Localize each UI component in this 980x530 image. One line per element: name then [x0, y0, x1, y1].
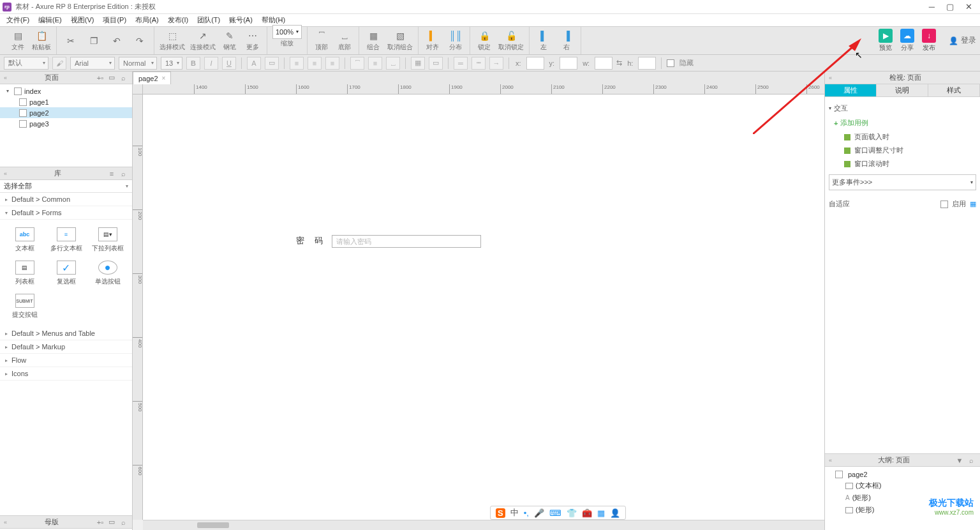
widget-radio[interactable]: ●单选按钮 [88, 258, 127, 289]
align-button[interactable]: ▍对齐 [424, 30, 442, 52]
align-top-button[interactable]: ⎴顶部 [313, 30, 330, 52]
w-input[interactable] [595, 57, 612, 70]
more-button[interactable]: ⋯更多 [244, 30, 262, 52]
valign-bot-button[interactable]: ⎵ [386, 57, 400, 70]
zoom-select[interactable]: 100%▾ [272, 25, 302, 39]
lock-aspect-icon[interactable]: ⇆ [616, 59, 622, 67]
italic-button[interactable]: I [204, 57, 218, 70]
clipboard-button[interactable]: 📋粘贴板 [32, 30, 51, 52]
add-folder-icon[interactable]: ▭ [107, 73, 117, 83]
login-button[interactable]: 👤登录 [949, 35, 976, 46]
font-select[interactable]: Arial [70, 57, 115, 70]
h-input[interactable] [638, 57, 656, 70]
chevron-down-icon[interactable]: ▾ [6, 88, 11, 94]
tab-notes[interactable]: 说明 [877, 84, 928, 96]
tree-item-index[interactable]: ▾ index [0, 86, 132, 96]
widget-submit[interactable]: SUBMIT提交按钮 [5, 291, 44, 322]
align-left-button[interactable]: ≡ [290, 57, 304, 70]
tree-item-page2[interactable]: page2 [0, 107, 132, 118]
valign-top-button[interactable]: ⎴ [350, 57, 364, 70]
minimize-button[interactable]: ─ [929, 2, 935, 11]
search-icon[interactable]: ⌕ [118, 73, 128, 83]
menu-edit[interactable]: 编辑(E) [34, 14, 66, 26]
ungroup-button[interactable]: ▧取消组合 [387, 30, 413, 52]
add-folder-icon[interactable]: ▭ [107, 517, 117, 527]
bold-button[interactable]: B [186, 57, 200, 70]
valign-mid-button[interactable]: ≡ [368, 57, 382, 70]
tree-item-page3[interactable]: page3 [0, 118, 132, 129]
line-style-button[interactable]: ┉ [471, 57, 486, 70]
search-icon[interactable]: ⌕ [118, 517, 128, 527]
format-painter-button[interactable]: 🖌 [52, 57, 66, 70]
text-color-button[interactable]: A [247, 57, 261, 70]
select-mode-button[interactable]: ⬚选择模式 [160, 30, 185, 52]
sogou-icon[interactable]: S [496, 508, 505, 518]
maximize-button[interactable]: ▢ [946, 2, 954, 11]
menu-publish[interactable]: 发布(I) [164, 14, 192, 26]
collapse-icon[interactable]: « [829, 457, 832, 464]
search-icon[interactable]: ⌕ [966, 455, 976, 466]
widget-dropdown[interactable]: ▤▾下拉列表框 [88, 225, 127, 255]
widget-textfield[interactable]: abc文本框 [5, 225, 44, 255]
line-color-button[interactable]: ▭ [429, 57, 443, 70]
ime-lang-icon[interactable]: 中 [510, 507, 519, 519]
add-page-icon[interactable]: +▫ [95, 73, 105, 83]
lib-section-common[interactable]: ▸Default > Common [0, 193, 132, 206]
lib-section-menus[interactable]: ▸Default > Menus and Table [0, 327, 132, 340]
arrow-button[interactable]: → [489, 57, 503, 70]
collapse-icon[interactable]: « [829, 75, 832, 81]
align-right-button[interactable]: ≡ [325, 57, 339, 70]
adaptive-icon[interactable]: ▦ [970, 200, 976, 208]
shirt-icon[interactable]: 👕 [567, 508, 577, 518]
weight-select[interactable]: Normal [119, 57, 157, 70]
line-width-button[interactable]: ═ [454, 57, 468, 70]
bg-color-button[interactable]: ▭ [265, 57, 279, 70]
add-case-button[interactable]: +添加用例 [829, 116, 976, 130]
tab-properties[interactable]: 属性 [825, 84, 877, 96]
outline-root[interactable]: page2 [828, 469, 977, 480]
widget-textarea[interactable]: ≡多行文本框 [47, 225, 85, 255]
more-events-select[interactable]: 更多事件>>>▾ [829, 174, 976, 190]
search-icon[interactable]: ⌕ [118, 169, 128, 179]
enable-checkbox[interactable] [940, 201, 948, 208]
fill-button[interactable]: ▦ [411, 57, 425, 70]
redo-button[interactable]: ↷ [131, 35, 149, 47]
ime-punct-icon[interactable]: •, [524, 508, 529, 518]
event-page-load[interactable]: 页面载入时 [829, 130, 976, 144]
x-input[interactable] [526, 57, 544, 70]
cut-button[interactable]: ✂ [62, 35, 80, 47]
close-tab-icon[interactable]: × [162, 75, 166, 82]
publish-button[interactable]: ↓发布 [922, 29, 936, 52]
lib-section-forms[interactable]: ▾Default > Forms [0, 206, 132, 220]
close-button[interactable]: ✕ [965, 2, 972, 11]
size-select[interactable]: 13 [161, 57, 182, 70]
collapse-icon[interactable]: « [4, 75, 7, 81]
keyboard-icon[interactable]: ⌨ [549, 508, 561, 518]
right-button[interactable]: ▐右 [558, 30, 575, 52]
menu-icon[interactable]: ≡ [107, 169, 117, 179]
align-bottom-button[interactable]: ⎵底部 [336, 30, 353, 52]
password-input[interactable]: 请输入密码 [332, 235, 481, 248]
menu-layout[interactable]: 布局(A) [131, 14, 163, 26]
preview-button[interactable]: ▶预览 [879, 29, 893, 52]
filter-icon[interactable]: ▼ [954, 455, 965, 466]
menu-project[interactable]: 项目(P) [99, 14, 130, 26]
distribute-button[interactable]: ║║分布 [447, 30, 464, 52]
tree-item-page1[interactable]: page1 [0, 96, 132, 107]
undo-button[interactable]: ↶ [108, 35, 126, 47]
align-center-button[interactable]: ≡ [308, 57, 322, 70]
interaction-header[interactable]: ▾交互 [829, 101, 976, 116]
style-select[interactable]: 默认 [4, 57, 48, 70]
group-button[interactable]: ▦组合 [364, 30, 382, 52]
scrollbar-horizontal[interactable] [143, 520, 824, 530]
y-input[interactable] [560, 57, 577, 70]
event-window-resize[interactable]: 窗口调整尺寸时 [829, 144, 976, 157]
widget-checkbox[interactable]: ✓复选框 [47, 258, 85, 289]
event-window-scroll[interactable]: 窗口滚动时 [829, 157, 976, 170]
share-button[interactable]: ☁分享 [900, 29, 914, 52]
connect-mode-button[interactable]: ↗连接模式 [190, 30, 216, 52]
add-master-icon[interactable]: +▫ [95, 517, 105, 527]
collapse-icon[interactable]: « [4, 170, 7, 177]
toolbox-icon[interactable]: 🧰 [582, 508, 592, 518]
hide-checkbox[interactable] [667, 59, 674, 67]
